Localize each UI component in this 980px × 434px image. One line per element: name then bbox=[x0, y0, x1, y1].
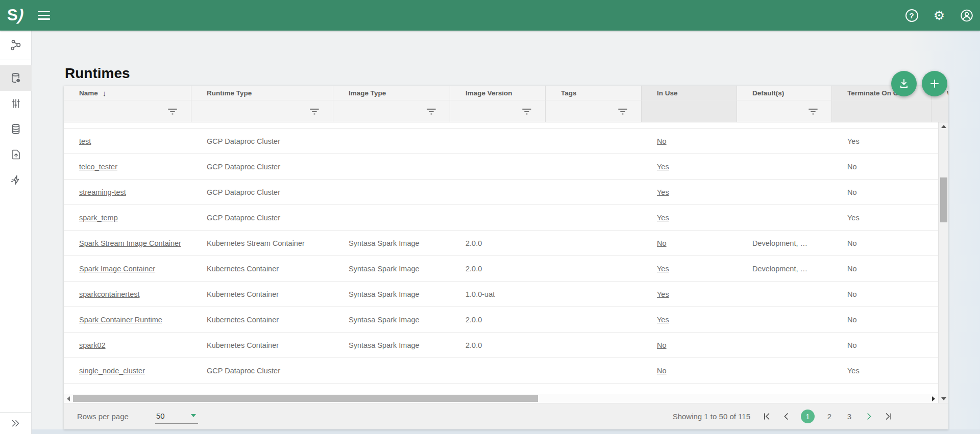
name-link[interactable]: Spark Stream Image Container bbox=[79, 239, 181, 247]
cell-in_use: No bbox=[642, 358, 737, 383]
cell-text: Development, … bbox=[752, 239, 807, 247]
sidebar-item-tune[interactable] bbox=[0, 91, 32, 116]
next-page-icon[interactable] bbox=[864, 412, 874, 421]
previous-page-icon[interactable] bbox=[781, 412, 791, 421]
sidebar-item-database[interactable] bbox=[0, 116, 32, 142]
cell-image_version bbox=[450, 154, 546, 179]
column-label: W bbox=[947, 89, 948, 97]
cell-image_type: Syntasa Spark Image bbox=[333, 231, 450, 256]
in_use-link[interactable]: Yes bbox=[657, 163, 669, 171]
filter-cell-image_version[interactable] bbox=[450, 100, 546, 122]
table-header-row: Name↓Runtime TypeImage TypeImage Version… bbox=[64, 86, 948, 100]
vertical-scrollbar-thumb[interactable] bbox=[940, 177, 947, 222]
in_use-link[interactable]: Yes bbox=[657, 214, 669, 222]
filter-cell-tags[interactable] bbox=[546, 100, 642, 122]
sidebar bbox=[0, 31, 32, 434]
last-page-icon[interactable] bbox=[884, 412, 893, 421]
cell-defaults bbox=[737, 180, 832, 205]
horizontal-scrollbar-thumb[interactable] bbox=[73, 395, 538, 402]
cell-name: Spark Container Runtime bbox=[64, 307, 191, 332]
column-header-image_type[interactable]: Image Type bbox=[333, 86, 450, 100]
name-link[interactable]: single_node_cluster bbox=[79, 367, 145, 375]
name-link[interactable]: streaming-test bbox=[79, 188, 126, 196]
add-button[interactable] bbox=[922, 71, 947, 96]
cell-terminate_on_com: No bbox=[832, 333, 932, 358]
scroll-down-arrow-icon[interactable] bbox=[939, 395, 948, 403]
cell-text: 2.0.0 bbox=[465, 239, 482, 247]
in_use-link[interactable]: Yes bbox=[657, 188, 669, 196]
cell-runtime_type: Kubernetes Container bbox=[191, 307, 333, 332]
scroll-up-arrow-icon[interactable] bbox=[939, 122, 948, 131]
cell-terminate_on_com: No bbox=[832, 154, 932, 179]
in_use-link[interactable]: No bbox=[657, 239, 667, 247]
share-nodes-icon bbox=[10, 39, 22, 52]
name-link[interactable]: Spark Container Runtime bbox=[79, 316, 162, 324]
cell-terminate_on_com: Yes bbox=[832, 129, 932, 154]
cell-in_use: No bbox=[642, 231, 737, 256]
page-button-2[interactable]: 2 bbox=[824, 412, 835, 421]
page-button-3[interactable]: 3 bbox=[844, 412, 854, 421]
filter-cell-image_type[interactable] bbox=[333, 100, 450, 122]
column-header-name[interactable]: Name↓ bbox=[64, 86, 191, 100]
name-link[interactable]: test bbox=[79, 137, 91, 145]
in_use-link[interactable]: No bbox=[657, 137, 667, 145]
cell-tags bbox=[546, 333, 642, 358]
column-header-runtime_type[interactable]: Runtime Type bbox=[191, 86, 333, 100]
menu-icon[interactable] bbox=[38, 11, 50, 20]
cell-defaults bbox=[737, 307, 832, 332]
in_use-link[interactable]: Yes bbox=[657, 265, 669, 273]
sidebar-item-runtimes[interactable] bbox=[0, 65, 32, 91]
filter-cell-runtime_type[interactable] bbox=[191, 100, 333, 122]
name-link[interactable]: sparkcontainertest bbox=[79, 290, 139, 298]
cell-defaults: Development, … bbox=[737, 231, 832, 256]
settings-icon[interactable]: ⚙ bbox=[933, 9, 946, 22]
sidebar-item-bolt[interactable] bbox=[0, 167, 32, 193]
cell-runtime_type: Kubernetes Container bbox=[191, 282, 333, 307]
help-icon[interactable]: ? bbox=[905, 9, 918, 22]
scroll-left-arrow-icon[interactable] bbox=[65, 394, 72, 403]
filter-cell-defaults[interactable] bbox=[737, 100, 832, 122]
cell-image_version: 2.0.0 bbox=[450, 307, 546, 332]
sidebar-item-file-upload[interactable] bbox=[0, 142, 32, 167]
cell-runtime_type: GCP Dataproc Cluster bbox=[191, 154, 333, 179]
column-header-image_version[interactable]: Image Version bbox=[450, 86, 546, 100]
brand-logo[interactable]: S) bbox=[7, 6, 23, 24]
cell-text: Syntasa Spark Image bbox=[349, 239, 420, 247]
cell-w bbox=[932, 282, 938, 307]
vertical-scrollbar[interactable] bbox=[938, 122, 948, 403]
first-page-icon[interactable] bbox=[762, 412, 772, 421]
rows-per-page-select[interactable]: 50 bbox=[155, 410, 198, 424]
account-icon[interactable] bbox=[960, 9, 973, 22]
name-link[interactable]: spark_temp bbox=[79, 214, 118, 222]
cell-text: 2.0.0 bbox=[465, 316, 482, 324]
name-link[interactable]: spark02 bbox=[79, 341, 106, 349]
download-button[interactable] bbox=[891, 71, 917, 96]
filter-cell-name[interactable] bbox=[64, 100, 191, 122]
in_use-link[interactable]: Yes bbox=[657, 290, 669, 298]
column-header-in_use[interactable]: In Use bbox=[642, 86, 737, 100]
column-header-defaults[interactable]: Default(s) bbox=[737, 86, 832, 100]
cell-w bbox=[932, 129, 938, 154]
name-link[interactable]: Spark Image Container bbox=[79, 265, 155, 273]
sidebar-item-share-nodes[interactable] bbox=[0, 31, 32, 60]
column-header-terminate_on_com[interactable]: Terminate On Com bbox=[832, 86, 932, 100]
sort-descending-icon[interactable]: ↓ bbox=[103, 89, 107, 97]
page-button-1[interactable]: 1 bbox=[801, 410, 815, 423]
in_use-link[interactable]: No bbox=[657, 341, 667, 349]
cell-tags bbox=[546, 129, 642, 154]
cell-w bbox=[932, 205, 938, 230]
in_use-link[interactable]: No bbox=[657, 367, 667, 375]
bolt-icon bbox=[10, 174, 22, 186]
cell-terminate_on_com: No bbox=[832, 282, 932, 307]
in_use-link[interactable]: Yes bbox=[657, 316, 669, 324]
cell-image_version: 1.0.0-uat bbox=[450, 282, 546, 307]
cell-text: Kubernetes Container bbox=[207, 341, 279, 349]
scroll-right-arrow-icon[interactable] bbox=[930, 394, 937, 403]
name-link[interactable]: telco_tester bbox=[79, 163, 117, 171]
column-label: In Use bbox=[657, 89, 678, 97]
column-label: Default(s) bbox=[752, 89, 784, 97]
horizontal-scrollbar[interactable] bbox=[64, 394, 938, 403]
sidebar-expand-button[interactable] bbox=[0, 412, 31, 434]
column-header-tags[interactable]: Tags bbox=[546, 86, 642, 100]
cell-text: Yes bbox=[847, 137, 860, 145]
